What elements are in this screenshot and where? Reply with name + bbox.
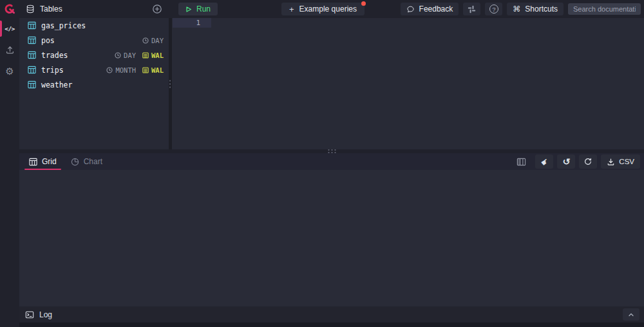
result-grid[interactable] bbox=[19, 170, 644, 306]
table-name: trips bbox=[41, 66, 64, 75]
chevron-up-icon bbox=[627, 311, 635, 319]
shortcuts-button[interactable]: ⌘ Shortcuts bbox=[507, 3, 564, 15]
search-documentation-input[interactable] bbox=[568, 3, 641, 15]
top-bar: Tables Run + Example queries Fee bbox=[19, 0, 644, 18]
wal-rows-icon bbox=[142, 67, 149, 73]
wal-badge: WAL bbox=[142, 66, 164, 74]
command-icon: ⌘ bbox=[513, 5, 520, 14]
upload-icon bbox=[5, 45, 15, 55]
questdb-logo bbox=[0, 0, 19, 18]
csv-label: CSV bbox=[619, 158, 634, 165]
code-editor-nav-icon[interactable]: </> bbox=[0, 18, 19, 39]
notification-dot bbox=[361, 1, 366, 6]
log-expand-button[interactable] bbox=[623, 308, 639, 321]
clock-icon bbox=[106, 67, 113, 73]
left-rail: </> ⚙ bbox=[0, 0, 19, 327]
wal-badge: WAL bbox=[142, 51, 164, 59]
questdb-console: </> ⚙ Tables bbox=[0, 0, 644, 327]
result-panel-actions: ☛ ↺ CSV bbox=[516, 154, 644, 169]
settings-nav-icon[interactable]: ⚙ bbox=[0, 61, 19, 82]
editor-current-line-gutter: 1 bbox=[173, 18, 211, 28]
table-badges: DAY WAL bbox=[115, 51, 164, 59]
table-badges: DAY bbox=[142, 37, 164, 44]
pie-chart-icon bbox=[71, 158, 79, 166]
tab-grid[interactable]: Grid bbox=[22, 153, 64, 170]
history-icon: ↺ bbox=[562, 157, 570, 166]
panel-resize-handle-vertical[interactable] bbox=[169, 18, 172, 149]
plus-icon: + bbox=[289, 5, 294, 14]
run-query-button[interactable]: Run bbox=[178, 3, 218, 15]
grid-icon bbox=[29, 158, 37, 166]
clock-icon bbox=[115, 52, 121, 59]
run-button-label: Run bbox=[196, 5, 211, 14]
result-panel-toolbar: Grid Chart ☛ ↺ bbox=[19, 153, 644, 170]
questdb-logo-icon bbox=[3, 3, 16, 15]
table-icon bbox=[28, 21, 36, 30]
table-name: pos bbox=[41, 36, 55, 45]
freeze-columns-button[interactable] bbox=[516, 157, 526, 167]
bottom-strip bbox=[19, 322, 644, 327]
tables-list: gas_prices pos bbox=[19, 18, 169, 149]
tab-grid-label: Grid bbox=[42, 157, 57, 166]
add-circle-icon bbox=[152, 4, 162, 14]
help-icon: ? bbox=[489, 5, 498, 14]
play-icon bbox=[185, 6, 192, 13]
slack-button[interactable] bbox=[463, 3, 480, 15]
slack-icon bbox=[468, 5, 476, 14]
table-icon bbox=[28, 66, 36, 74]
query-history-button[interactable]: ↺ bbox=[557, 154, 575, 169]
table-name: gas_prices bbox=[41, 21, 86, 30]
partition-badge: MONTH bbox=[106, 66, 136, 74]
log-bar: Log bbox=[19, 306, 644, 322]
database-icon bbox=[26, 5, 35, 14]
tab-chart[interactable]: Chart bbox=[64, 153, 109, 170]
tables-panel-header: Tables bbox=[19, 0, 169, 18]
table-row[interactable]: trips MONTH WAL bbox=[19, 62, 169, 77]
hand-pointer-icon: ☛ bbox=[539, 156, 550, 167]
import-nav-icon[interactable] bbox=[0, 39, 19, 61]
table-row[interactable]: pos DAY bbox=[19, 33, 169, 48]
active-panel-indicator bbox=[0, 21, 2, 37]
table-icon bbox=[28, 80, 36, 89]
refresh-icon bbox=[583, 157, 592, 166]
table-name: weather bbox=[41, 80, 72, 89]
freeze-columns-icon bbox=[516, 157, 526, 167]
feedback-button[interactable]: Feedback bbox=[401, 3, 459, 15]
clock-icon bbox=[142, 37, 149, 44]
add-table-button[interactable] bbox=[150, 2, 164, 16]
download-icon bbox=[607, 158, 615, 166]
line-number: 1 bbox=[196, 19, 200, 27]
refresh-button[interactable] bbox=[579, 154, 597, 169]
drag-dots bbox=[169, 79, 172, 88]
table-name: trades bbox=[41, 51, 68, 60]
help-button[interactable]: ? bbox=[485, 3, 502, 15]
topbar-right-actions: Feedback ? ⌘ Shortcuts bbox=[401, 3, 641, 15]
table-row[interactable]: weather bbox=[19, 77, 169, 92]
speech-bubble-icon bbox=[406, 5, 415, 14]
partition-badge: DAY bbox=[142, 37, 164, 44]
shortcuts-label: Shortcuts bbox=[525, 5, 558, 14]
log-label: Log bbox=[39, 310, 52, 319]
tables-panel-title: Tables bbox=[40, 5, 62, 14]
inspect-cell-button[interactable]: ☛ bbox=[535, 154, 553, 169]
tab-chart-label: Chart bbox=[84, 157, 102, 166]
sql-editor[interactable]: 1 bbox=[172, 18, 644, 149]
wal-rows-icon bbox=[142, 52, 149, 59]
partition-badge: DAY bbox=[115, 51, 136, 59]
example-queries-button[interactable]: + Example queries bbox=[281, 3, 365, 15]
feedback-label: Feedback bbox=[419, 5, 453, 14]
table-icon bbox=[28, 36, 36, 44]
table-icon bbox=[28, 51, 36, 59]
table-badges: MONTH WAL bbox=[106, 66, 164, 74]
download-csv-button[interactable]: CSV bbox=[601, 154, 640, 169]
table-row[interactable]: trades DAY WAL bbox=[19, 48, 169, 62]
gear-icon: ⚙ bbox=[5, 66, 14, 76]
example-queries-label: Example queries bbox=[299, 5, 357, 14]
terminal-icon bbox=[25, 310, 34, 319]
help-glyph: ? bbox=[492, 6, 495, 13]
table-row[interactable]: gas_prices bbox=[19, 18, 169, 33]
code-icon: </> bbox=[5, 25, 15, 32]
